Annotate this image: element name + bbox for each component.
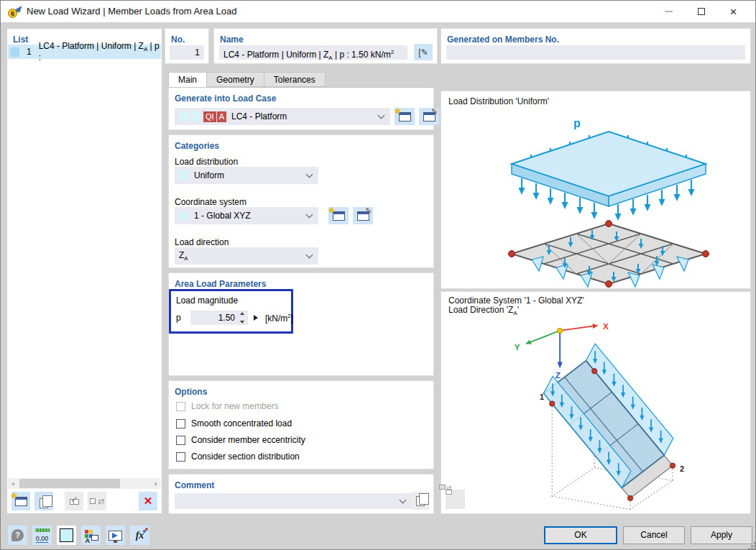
maximize-button[interactable] xyxy=(685,1,717,22)
coordinate-system-select[interactable]: 1 - Global XYZ xyxy=(175,207,318,224)
apply-graphics-button[interactable] xyxy=(106,526,125,545)
scroll-left-icon[interactable]: ‹ xyxy=(8,478,19,489)
load-distribution-graphic: p xyxy=(441,110,750,288)
load-distribution-preview: Load Distribution 'Uniform' p xyxy=(441,91,751,289)
item-number: 1 xyxy=(23,47,32,57)
load-case-select[interactable]: QI A LC4 - Platform xyxy=(175,108,390,125)
coordinate-system-buttons: ★ ✎ xyxy=(324,207,373,224)
edit-coordinate-system-button[interactable]: ✎ xyxy=(353,207,373,224)
list-toolbar: ★ ✓ ⇄ ✕ xyxy=(11,492,157,510)
window-title: New Load Wizard | Member Loads from Area… xyxy=(27,1,236,22)
color-swatch-icon xyxy=(60,528,73,542)
p-spinner[interactable] xyxy=(239,312,246,324)
load-distribution-label: Load distribution xyxy=(175,157,238,167)
new-load-case-button[interactable]: ★ xyxy=(395,108,415,125)
coordinate-swatch xyxy=(179,211,189,221)
list-item[interactable]: 1 LC4 - Platform | Uniform | ZA | p : xyxy=(8,45,161,59)
preview-bottom-caption-2: Load Direction 'ZA' xyxy=(448,305,519,316)
checkbox-lock-new-members: Lock for new members xyxy=(176,401,278,411)
distribution-swatch xyxy=(179,170,189,180)
formula-button[interactable]: fx xyxy=(130,526,149,545)
new-window-icon: ★ xyxy=(15,497,27,506)
name-input[interactable]: LC4 - Platform | Uniform | ZA | p : 1.50… xyxy=(219,45,407,60)
p-input[interactable]: 1.50 xyxy=(190,311,248,325)
help-button[interactable]: ? xyxy=(8,526,27,545)
number-card: No. 1 xyxy=(165,28,209,64)
minimize-button[interactable] xyxy=(653,1,685,22)
detail-arrow-button[interactable] xyxy=(251,311,261,324)
p-value: 1.50 xyxy=(218,313,235,323)
scroll-thumb[interactable] xyxy=(19,479,120,488)
dialog-window: 6 New Load Wizard | Member Loads from Ar… xyxy=(0,0,756,550)
checkbox-icon[interactable] xyxy=(176,419,185,428)
no-input[interactable]: 1 xyxy=(170,45,204,60)
screen-icon xyxy=(109,531,122,541)
tab-tolerances[interactable]: Tolerances xyxy=(264,72,326,87)
tab-geometry[interactable]: Geometry xyxy=(207,72,264,87)
minimize-icon xyxy=(665,11,673,12)
unit-label: [kN/m2] xyxy=(265,313,293,324)
refresh-preview-button: ⇄ xyxy=(446,490,465,509)
color-swatch-button[interactable] xyxy=(57,526,76,545)
generated-input xyxy=(446,45,745,60)
copy-item-button[interactable] xyxy=(34,492,53,510)
delete-item-button[interactable]: ✕ xyxy=(139,492,157,510)
tab-main[interactable]: Main xyxy=(168,72,207,87)
edit-window-icon: ✎ xyxy=(357,211,369,221)
name-card: Name LC4 - Platform | Uniform | ZA | p :… xyxy=(213,28,438,64)
new-item-button[interactable]: ★ xyxy=(11,492,30,510)
chevron-down-icon xyxy=(306,251,313,258)
checkbox-icon[interactable] xyxy=(176,436,185,445)
window-controls: ✕ xyxy=(653,1,750,22)
comment-select[interactable] xyxy=(175,493,412,509)
spinner-down-icon[interactable] xyxy=(240,321,244,324)
apply-button[interactable]: Apply xyxy=(691,526,752,544)
p-symbol: p xyxy=(176,313,190,323)
chevron-down-icon xyxy=(306,211,313,218)
new-coordinate-system-button[interactable]: ★ xyxy=(328,207,349,224)
close-button[interactable]: ✕ xyxy=(717,1,750,22)
load-case-swatch-1 xyxy=(179,111,189,122)
scroll-right-icon[interactable]: › xyxy=(150,478,161,489)
area-load-card: Area Load Parameters Load magnitude p 1.… xyxy=(168,272,434,376)
cancel-button[interactable]: Cancel xyxy=(623,526,685,544)
axis-y-label: Y xyxy=(515,342,520,352)
copy-icon xyxy=(416,496,425,506)
spinner-up-icon[interactable] xyxy=(240,312,244,315)
checkbox-icon[interactable] xyxy=(176,452,185,462)
node-1-label: 1 xyxy=(540,393,544,401)
check-boxes-icon: ✓ xyxy=(70,496,79,507)
load-direction-value: ZA xyxy=(179,250,188,262)
edit-load-case-button[interactable]: ✎ xyxy=(419,108,439,125)
item-color-swatch xyxy=(10,47,19,57)
display-options-icon: A xyxy=(85,530,98,541)
copy-comment-button[interactable] xyxy=(411,492,429,510)
edit-window-icon: ✎ xyxy=(423,112,435,122)
node-2-label: 2 xyxy=(680,464,684,473)
title-bar: 6 New Load Wizard | Member Loads from Ar… xyxy=(1,1,755,22)
load-distribution-select[interactable]: Uniform xyxy=(175,167,318,184)
load-direction-select[interactable]: ZA xyxy=(175,247,318,265)
checkbox-section-distribution[interactable]: Consider section distribution xyxy=(176,452,300,462)
magnitude-highlight-box: Load magnitude p 1.50 [kN/m2] xyxy=(169,289,293,334)
list-title: List xyxy=(13,35,28,45)
swap-icon: ⇄ xyxy=(90,497,104,506)
ok-button[interactable]: OK xyxy=(544,526,617,544)
generated-card: Generated on Members No. xyxy=(441,28,751,64)
display-options-button[interactable]: A xyxy=(81,526,101,545)
resize-grip[interactable] xyxy=(751,545,753,547)
options-heading: Options xyxy=(175,387,207,397)
fx-icon: fx xyxy=(136,530,144,541)
copy-icon xyxy=(40,498,48,508)
list-horizontal-scrollbar[interactable]: ‹ › xyxy=(8,478,161,489)
tab-strip: Main Geometry Tolerances xyxy=(168,72,326,87)
checkbox-smooth-load[interactable]: Smooth concentrated load xyxy=(176,418,292,428)
item-label: LC4 - Platform | Uniform | ZA | p : xyxy=(39,41,161,63)
units-button[interactable]: 0,00 xyxy=(32,526,52,545)
load-case-heading: Generate into Load Case xyxy=(175,93,276,104)
load-direction-label: Load direction xyxy=(175,237,229,247)
chevron-down-icon xyxy=(306,170,313,178)
checkbox-member-eccentricity[interactable]: Consider member eccentricity xyxy=(176,435,305,445)
options-card: Options Lock for new members Smooth conc… xyxy=(168,380,434,469)
edit-name-button[interactable]: [✎ xyxy=(414,44,433,60)
